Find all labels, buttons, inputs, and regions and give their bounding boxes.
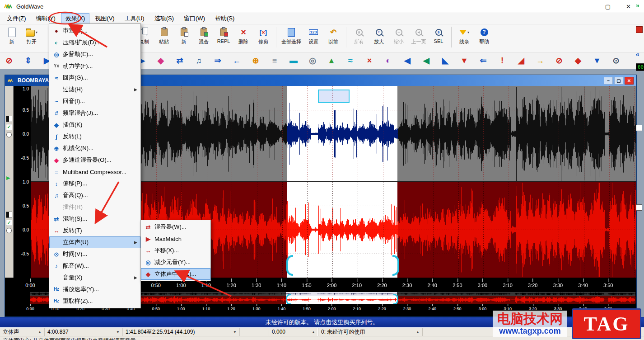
effect-shortcut-12-icon[interactable]: ▬ [288,57,299,65]
position-field[interactable]: 0.000▲ [269,328,318,336]
channel-enable-checkbox[interactable]: ✓ [6,220,12,226]
menu-help[interactable]: 帮助(S) [210,13,239,24]
effect-shortcut-6-icon[interactable]: ⇄ [174,57,185,65]
paste-repl-button[interactable]: REPL [214,26,233,46]
close-button[interactable]: ✕ [626,3,631,10]
effect-shortcut-13-icon[interactable]: ◎ [307,57,318,65]
effect-shortcut-20-icon[interactable]: ◣ [440,57,451,65]
open-folder-button[interactable]: ▾打开 [22,26,42,46]
menu-file[interactable]: 文件(Z) [2,13,31,24]
menu-tools[interactable]: 工具(U) [120,13,149,24]
document-minimize-button[interactable]: – [604,77,613,85]
overview-selection-start-handle[interactable] [286,294,291,305]
effects-menu-item-interpolate[interactable]: ◆插值(K) [49,119,140,131]
zoom-out-button[interactable]: −缩小 [389,26,409,46]
select-all-button[interactable]: 全部选择 [279,26,303,46]
effect-shortcut-21-icon[interactable]: ▼ [459,57,470,65]
channel-select-radio[interactable] [6,228,12,233]
license-status-field[interactable]: 0: 未经许可的使用▲ [318,328,423,336]
set-marker-button[interactable]: 123设置 [303,26,323,46]
paste-mix-button[interactable]: 混合 [194,26,214,46]
effects-menu-item-resample[interactable]: Hz重取样(Z)... [49,295,140,307]
spin-caret-icon[interactable]: ▲ [412,330,420,334]
effects-menu-item-compressor-expander[interactable]: ◐压缩/扩展(D)... [49,37,140,48]
menu-edit[interactable]: 编辑(Y) [32,13,60,24]
menu-options[interactable]: 选项(S) [150,13,178,24]
effects-menu-item-dynamics[interactable]: Yx动力学(F)... [49,60,140,72]
effect-shortcut-8-icon[interactable]: ⇒ [212,57,223,65]
effects-menu-item-reverb[interactable]: ⇄混响(S)... [49,213,140,225]
effect-shortcut-14-icon[interactable]: ▲ [326,57,337,65]
effect-shortcut-19-icon[interactable]: ◀ [421,57,432,65]
effect-shortcut-25-icon[interactable]: → [535,57,546,65]
effect-shortcut-22-icon[interactable]: ⇐ [478,57,489,65]
effects-menu-item-multichannel-mixer[interactable]: ◆多通道混音器(O)... [49,154,140,166]
effect-shortcut-16-icon[interactable]: × [364,57,375,65]
minimize-button[interactable]: – [587,3,590,10]
effects-menu-item-frequency-mix[interactable]: #频率混合(J)... [49,107,140,119]
paste-new-button[interactable]: 新 [174,26,194,46]
stereo-submenu-item-channel-mixer[interactable]: ⇄混音器(W)... [141,221,210,233]
effects-menu-item-voice-over[interactable]: ♪配音(W)... [49,260,140,272]
stereo-submenu-item-stereo-center[interactable]: ◆立体声中心(Z)... [141,268,210,280]
help-button[interactable]: ?帮助 [474,26,494,46]
line-style-button[interactable]: ▾线条 [454,26,474,46]
effect-shortcut-24-icon[interactable]: ◢ [516,57,527,65]
spin-caret-icon[interactable]: ▼ [112,330,120,334]
effects-menu-item-flange[interactable]: ~回音(I)... [49,95,140,107]
spin-caret-icon[interactable]: ▼ [229,330,237,334]
effects-menu-item-pitch[interactable]: ♫音高(Q)... [49,189,140,201]
effect-shortcut-5-icon[interactable]: ◆ [155,57,166,65]
effects-menu-item-mechanize[interactable]: ⊕机械化(N)... [49,142,140,154]
trim-button[interactable]: [×]修剪 [253,26,273,46]
channel-view-toggle[interactable] [6,212,12,218]
channel-select-radio[interactable] [6,132,12,137]
effects-menu-item-invert[interactable]: ∫反转(L) [49,131,140,142]
effects-menu-item-stereo[interactable]: 立体声(U)▶ [49,236,140,248]
effect-shortcut-1-icon[interactable]: ⊘ [4,57,14,65]
effect-shortcut-18-icon[interactable]: ◀ [402,57,413,65]
menu-effects[interactable]: 效果(X) [61,13,89,24]
effects-menu-item-playback-rate[interactable]: Hz播放速率(Y)... [49,283,140,295]
dropdown-caret-icon[interactable]: ▾ [467,30,469,34]
undo-button[interactable]: ↶以前 [323,26,343,46]
effect-shortcut-28-icon[interactable]: ▼ [592,57,602,65]
dropdown-caret-icon[interactable]: ▾ [36,30,37,34]
zoom-all-button[interactable]: a所有 [349,26,369,46]
selection-range-field[interactable]: 1:41.804至2:25.914 (44.109)▼ [123,328,240,336]
zoom-in-button[interactable]: +放大 [369,26,389,46]
channel-enable-checkbox[interactable]: ✓ [6,124,12,130]
effect-shortcut-10-icon[interactable]: ⊕ [250,57,261,65]
effects-menu-item-offset[interactable]: ↕偏移(P)... [49,178,140,189]
effect-shortcut-2-icon[interactable]: ⇕ [23,57,33,65]
selection-end-handle[interactable] [392,255,399,276]
file-length-field[interactable]: 4:00.837▼ [45,328,123,336]
paste-button[interactable]: 粘贴 [154,26,174,46]
effects-menu-item-multiband-compressor[interactable]: ≡Multiband Compressor... [49,166,140,178]
effects-menu-item-reverse[interactable]: ↔反转(T) [49,225,140,236]
channel-mode-field[interactable]: 立体声▲ [0,328,45,336]
stereo-submenu-item-reduce-vocals[interactable]: ◎减少元音(Y)... [141,256,210,268]
effects-menu-item-time[interactable]: ⊙时间(V)... [49,248,140,260]
document-close-button[interactable]: ✕ [625,77,634,85]
effect-shortcut-7-icon[interactable]: ♫ [193,57,204,65]
effects-menu-item-filter[interactable]: 过滤(H)▶ [49,84,140,95]
effect-shortcut-23-icon[interactable]: ! [497,57,508,65]
spin-caret-icon[interactable]: ▲ [308,330,315,334]
delete-button[interactable]: ×删除 [233,26,253,46]
menu-window[interactable]: 窗口(W) [179,13,210,24]
menu-view[interactable]: 视图(V) [90,13,119,24]
effect-shortcut-26-icon[interactable]: ⊘ [554,57,565,65]
effects-menu-item-censor[interactable]: ●审查(C)... [49,25,140,37]
effect-shortcut-11-icon[interactable]: ≡ [269,57,280,65]
effect-shortcut-15-icon[interactable]: ≈ [345,57,356,65]
new-file-button[interactable]: 新 [2,26,22,46]
maximize-button[interactable]: ▢ [605,3,611,10]
effects-menu-item-echo[interactable]: ≈回声(G)... [49,72,140,84]
effects-menu-item-volume[interactable]: 音量(X)▶ [49,272,140,283]
effect-shortcut-9-icon[interactable]: ← [231,57,242,65]
zoom-previous-button[interactable]: ◂上一页 [409,26,429,46]
stereo-submenu-item-maxmatch[interactable]: ▶MaxMatch [141,233,210,245]
effect-shortcut-17-icon[interactable]: ◐ [383,57,394,65]
zoom-selection-button[interactable]: sSEL [429,26,448,46]
